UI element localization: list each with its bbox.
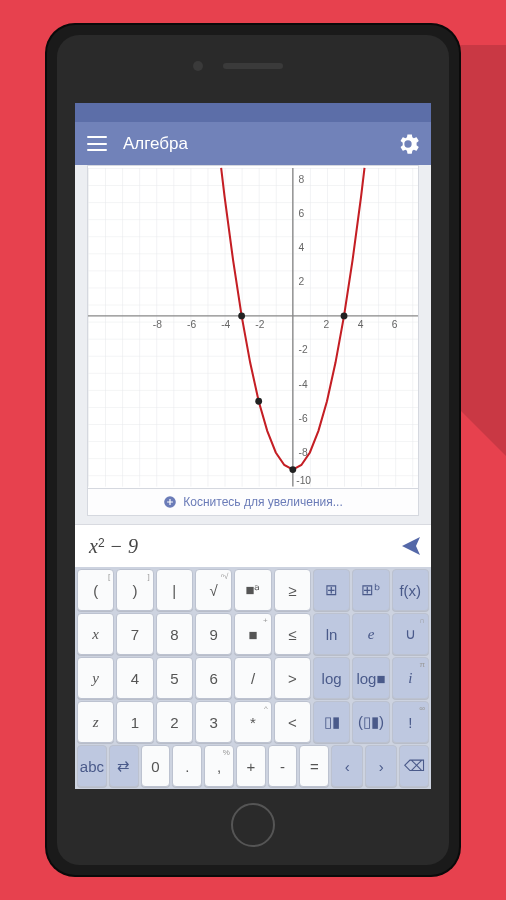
key-[interactable]: ,% — [204, 745, 234, 787]
svg-text:-4: -4 — [299, 378, 308, 389]
menu-icon[interactable] — [87, 136, 107, 151]
graph-card[interactable]: -8-6-4-2 246 2468 -2-4-6-8-10 — [87, 165, 419, 490]
svg-text:6: 6 — [392, 319, 398, 330]
key-[interactable]: ∪∩ — [392, 613, 429, 655]
gear-icon[interactable] — [397, 133, 419, 155]
phone-frame: Алгебра -8-6 — [47, 25, 459, 875]
key-[interactable]: > — [274, 657, 311, 699]
key-6[interactable]: 6 — [195, 657, 232, 699]
toolbar: Алгебра — [75, 122, 431, 165]
zoom-hint[interactable]: Коснитесь для увеличения... — [87, 489, 419, 516]
key-log[interactable]: log■ — [352, 657, 389, 699]
key-[interactable]: ⊞ᵇ — [352, 569, 389, 611]
svg-text:2: 2 — [299, 276, 305, 287]
app-screen: Алгебра -8-6 — [75, 103, 431, 789]
key-7[interactable]: 7 — [116, 613, 153, 655]
key-2[interactable]: 2 — [156, 701, 193, 743]
key-[interactable]: ⊞ — [313, 569, 350, 611]
key-[interactable]: )] — [116, 569, 153, 611]
key-abc[interactable]: abc — [77, 745, 107, 787]
key-[interactable]: / — [234, 657, 271, 699]
svg-text:-8: -8 — [299, 447, 308, 458]
key-[interactable]: ≥ — [274, 569, 311, 611]
svg-text:-8: -8 — [153, 319, 162, 330]
key-4[interactable]: 4 — [116, 657, 153, 699]
key-[interactable]: ▯▮ — [313, 701, 350, 743]
key-[interactable]: ‹ — [331, 745, 363, 787]
svg-text:-10: -10 — [296, 475, 311, 486]
key-[interactable]: ⌫ — [399, 745, 429, 787]
key-[interactable]: = — [299, 745, 329, 787]
svg-point-4 — [341, 312, 348, 319]
key-x[interactable]: x — [77, 613, 114, 655]
key-[interactable]: ≤ — [274, 613, 311, 655]
function-plot: -8-6-4-2 246 2468 -2-4-6-8-10 — [88, 166, 418, 489]
key-[interactable]: ⇄ — [109, 745, 139, 787]
key-[interactable]: + — [236, 745, 266, 787]
graph-area: -8-6-4-2 246 2468 -2-4-6-8-10 Коснитесь … — [75, 165, 431, 525]
key-9[interactable]: 9 — [195, 613, 232, 655]
key-i[interactable]: iπ — [392, 657, 429, 699]
key-[interactable]: *^ — [234, 701, 271, 743]
svg-text:4: 4 — [358, 319, 364, 330]
key-8[interactable]: 8 — [156, 613, 193, 655]
home-button[interactable] — [231, 803, 275, 847]
page-title: Алгебра — [123, 134, 397, 154]
key-[interactable]: | — [156, 569, 193, 611]
key-e[interactable]: e — [352, 613, 389, 655]
submit-icon[interactable] — [399, 534, 423, 558]
key-[interactable]: √ⁿ√ — [195, 569, 232, 611]
expression-input[interactable]: x2 − 9 — [83, 535, 399, 558]
key-[interactable]: ■+ — [234, 613, 271, 655]
plus-icon — [163, 495, 177, 509]
key-log[interactable]: log — [313, 657, 350, 699]
math-keyboard: ([)]|√ⁿ√■ᵃ≥⊞⊞ᵇf(x)x789■+≤lne∪∩y456/>logl… — [75, 567, 431, 789]
svg-point-6 — [255, 398, 262, 405]
svg-point-5 — [289, 466, 296, 473]
key-y[interactable]: y — [77, 657, 114, 699]
key-[interactable]: - — [268, 745, 298, 787]
key-[interactable]: ■ᵃ — [234, 569, 271, 611]
key-[interactable]: < — [274, 701, 311, 743]
svg-point-3 — [238, 312, 245, 319]
svg-text:-6: -6 — [187, 319, 196, 330]
key-fx[interactable]: f(x) — [392, 569, 429, 611]
svg-rect-0 — [88, 168, 418, 487]
key-3[interactable]: 3 — [195, 701, 232, 743]
svg-text:-4: -4 — [221, 319, 230, 330]
svg-text:-6: -6 — [299, 413, 308, 424]
key-[interactable]: !∞ — [392, 701, 429, 743]
svg-text:8: 8 — [299, 174, 305, 185]
key-ln[interactable]: ln — [313, 613, 350, 655]
key-0[interactable]: 0 — [141, 745, 171, 787]
key-5[interactable]: 5 — [156, 657, 193, 699]
svg-text:2: 2 — [324, 319, 330, 330]
key-1[interactable]: 1 — [116, 701, 153, 743]
key-[interactable]: . — [172, 745, 202, 787]
key-[interactable]: › — [365, 745, 397, 787]
status-bar — [75, 103, 431, 122]
key-[interactable]: (▯▮) — [352, 701, 389, 743]
svg-text:-2: -2 — [255, 319, 264, 330]
key-z[interactable]: z — [77, 701, 114, 743]
svg-text:4: 4 — [299, 242, 305, 253]
key-[interactable]: ([ — [77, 569, 114, 611]
svg-text:-2: -2 — [299, 344, 308, 355]
svg-text:6: 6 — [299, 208, 305, 219]
expression-input-row: x2 − 9 — [75, 524, 431, 567]
